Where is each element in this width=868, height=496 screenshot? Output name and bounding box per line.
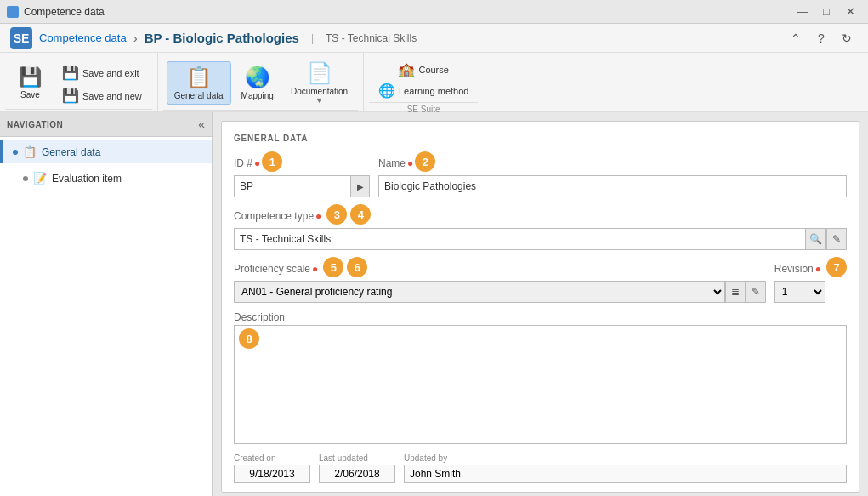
nav-dot-evaluation bbox=[23, 176, 28, 181]
id-required: ● bbox=[254, 157, 260, 169]
id-input-wrap: ▶ bbox=[234, 175, 370, 197]
breadcrumb-collapse-btn[interactable]: ⌃ bbox=[785, 27, 807, 49]
mapping-icon: 🌏 bbox=[245, 66, 270, 89]
last-updated-group: Last updated 2/06/2018 bbox=[319, 453, 395, 483]
proficiency-input-wrap: AN01 - General proficiency rating ≣ ✎ bbox=[234, 281, 766, 303]
competence-type-input[interactable] bbox=[234, 228, 806, 250]
learning-method-icon: 🌐 bbox=[378, 83, 395, 99]
mapping-toolbar-label: Mapping bbox=[241, 91, 274, 100]
toolbar-se-suite-section: 🏫 Course 🌐 Learning method SE Suite bbox=[364, 53, 483, 111]
mapping-toolbar-button[interactable]: 🌏 Mapping bbox=[235, 62, 281, 104]
revision-select[interactable]: 1 bbox=[774, 281, 825, 303]
general-data-toolbar-label: General data bbox=[174, 91, 224, 100]
id-name-row: ID # ● 1 ▶ Name ● 2 bbox=[234, 153, 847, 197]
badge-5: 5 bbox=[323, 257, 343, 277]
id-input[interactable] bbox=[234, 175, 351, 197]
toolbar: 💾 Save 💾 Save and exit 💾 Save and new Re… bbox=[0, 53, 868, 112]
name-input[interactable] bbox=[378, 175, 847, 197]
app-icon bbox=[7, 6, 19, 18]
badge-1: 1 bbox=[262, 151, 282, 172]
competence-type-group: Competence type ● 3 4 🔍 ✎ bbox=[234, 206, 847, 250]
toolbar-record-data-buttons: 📋 General data 🌏 Mapping 📄 Documentation… bbox=[163, 53, 358, 110]
competence-type-edit-btn[interactable]: ✎ bbox=[826, 228, 847, 250]
badge-3: 3 bbox=[326, 204, 347, 225]
breadcrumb-pipe: | bbox=[311, 32, 314, 44]
toolbar-record-section: 💾 Save 💾 Save and exit 💾 Save and new Re… bbox=[0, 53, 158, 111]
competence-type-search-btn[interactable]: 🔍 bbox=[806, 228, 826, 250]
ct-required: ● bbox=[315, 210, 321, 222]
toolbar-small-group: 💾 Save and exit 💾 Save and new bbox=[55, 58, 149, 107]
learning-method-label: Learning method bbox=[399, 86, 469, 96]
close-button[interactable]: ✕ bbox=[839, 3, 861, 20]
breadcrumb-actions: ⌃ ? ↻ bbox=[785, 27, 858, 49]
proficiency-scale-row: Proficiency scale ● 5 6 AN01 - General p… bbox=[234, 259, 847, 303]
nav-icon-general-data: 📋 bbox=[23, 145, 37, 158]
badge-6: 6 bbox=[347, 257, 367, 277]
last-updated-label: Last updated bbox=[319, 453, 395, 463]
badge-2: 2 bbox=[415, 151, 435, 172]
created-on-label: Created on bbox=[234, 453, 310, 463]
name-group: Name ● 2 bbox=[378, 153, 847, 197]
id-label: ID # ● 1 bbox=[234, 153, 370, 174]
general-data-toolbar-button[interactable]: 📋 General data bbox=[167, 61, 231, 105]
breadcrumb-sub: TS - Technical Skills bbox=[326, 32, 417, 44]
badge-8: 8 bbox=[239, 328, 259, 349]
badge-7: 7 bbox=[826, 257, 847, 277]
name-required: ● bbox=[407, 157, 413, 169]
toolbar-record-buttons: 💾 Save 💾 Save and exit 💾 Save and new bbox=[5, 53, 152, 109]
save-button[interactable]: 💾 Save bbox=[9, 63, 52, 103]
maximize-button[interactable]: □ bbox=[815, 3, 837, 20]
id-group: ID # ● 1 ▶ bbox=[234, 153, 370, 197]
proficiency-scale-group: Proficiency scale ● 5 6 AN01 - General p… bbox=[234, 259, 766, 303]
created-on-value: 9/18/2013 bbox=[234, 465, 310, 483]
nav-header: NAVIGATION « bbox=[0, 112, 212, 137]
nav-item-general-data[interactable]: 📋 General data bbox=[0, 140, 212, 163]
proficiency-scale-table-btn[interactable]: ≣ bbox=[725, 281, 746, 303]
nav-label-general-data: General data bbox=[42, 146, 100, 158]
save-and-new-button[interactable]: 💾 Save and new bbox=[57, 86, 147, 105]
title-bar-left: Competence data bbox=[7, 6, 105, 18]
metadata-row: Created on 9/18/2013 Last updated 2/06/2… bbox=[234, 453, 847, 483]
title-bar-controls: — □ ✕ bbox=[791, 3, 861, 20]
breadcrumb-current: BP - Biologic Pathologies bbox=[145, 31, 299, 45]
save-and-exit-label: Save and exit bbox=[82, 68, 139, 78]
toolbar-record-data-section: 📋 General data 🌏 Mapping 📄 Documentation… bbox=[158, 53, 364, 111]
revision-wrap: Revision ● 7 1 bbox=[774, 259, 847, 303]
breadcrumb-app-link[interactable]: Competence data bbox=[39, 31, 127, 44]
title-bar: Competence data — □ ✕ bbox=[0, 0, 868, 24]
breadcrumb-separator: › bbox=[133, 31, 138, 45]
minimize-button[interactable]: — bbox=[791, 3, 814, 20]
description-textarea[interactable] bbox=[234, 325, 847, 444]
proficiency-scale-select[interactable]: AN01 - General proficiency rating bbox=[234, 281, 725, 303]
learning-method-button[interactable]: 🌐 Learning method bbox=[373, 81, 474, 100]
proficiency-scale-edit-btn[interactable]: ✎ bbox=[746, 281, 766, 303]
nav-collapse-button[interactable]: « bbox=[198, 117, 205, 131]
section-title: GENERAL DATA bbox=[234, 134, 847, 143]
general-data-icon: 📋 bbox=[186, 66, 212, 89]
rev-required: ● bbox=[815, 263, 821, 275]
name-label: Name ● 2 bbox=[378, 153, 847, 174]
nav-label-evaluation: Evaluation item bbox=[52, 173, 122, 185]
course-icon: 🏫 bbox=[398, 61, 415, 77]
created-on-group: Created on 9/18/2013 bbox=[234, 453, 310, 483]
save-and-exit-button[interactable]: 💾 Save and exit bbox=[57, 63, 147, 83]
nav-dot-general-data bbox=[13, 150, 18, 155]
documentation-icon: 📄 bbox=[307, 61, 332, 85]
id-arrow-button[interactable]: ▶ bbox=[351, 175, 370, 197]
navigation-panel: NAVIGATION « 📋 General data 📝 Evaluation… bbox=[0, 112, 213, 496]
competence-type-label: Competence type ● 3 4 bbox=[234, 206, 847, 226]
save-new-icon: 💾 bbox=[62, 88, 79, 104]
breadcrumb-help-btn[interactable]: ? bbox=[810, 27, 832, 49]
title-bar-title: Competence data bbox=[24, 6, 105, 18]
competence-type-row: Competence type ● 3 4 🔍 ✎ bbox=[234, 206, 847, 250]
nav-item-evaluation[interactable]: 📝 Evaluation item bbox=[0, 167, 212, 190]
updated-by-value: John Smith bbox=[404, 465, 847, 483]
breadcrumb-refresh-btn[interactable]: ↻ bbox=[836, 27, 858, 49]
course-button[interactable]: 🏫 Course bbox=[393, 60, 453, 79]
nav-icon-evaluation: 📝 bbox=[33, 172, 47, 185]
updated-by-label: Updated by bbox=[404, 453, 847, 463]
last-updated-value: 2/06/2018 bbox=[319, 465, 395, 483]
updated-by-group: Updated by John Smith bbox=[404, 453, 847, 483]
documentation-toolbar-button[interactable]: 📄 Documentation ▼ bbox=[284, 58, 355, 108]
save-icon: 💾 bbox=[19, 66, 42, 88]
